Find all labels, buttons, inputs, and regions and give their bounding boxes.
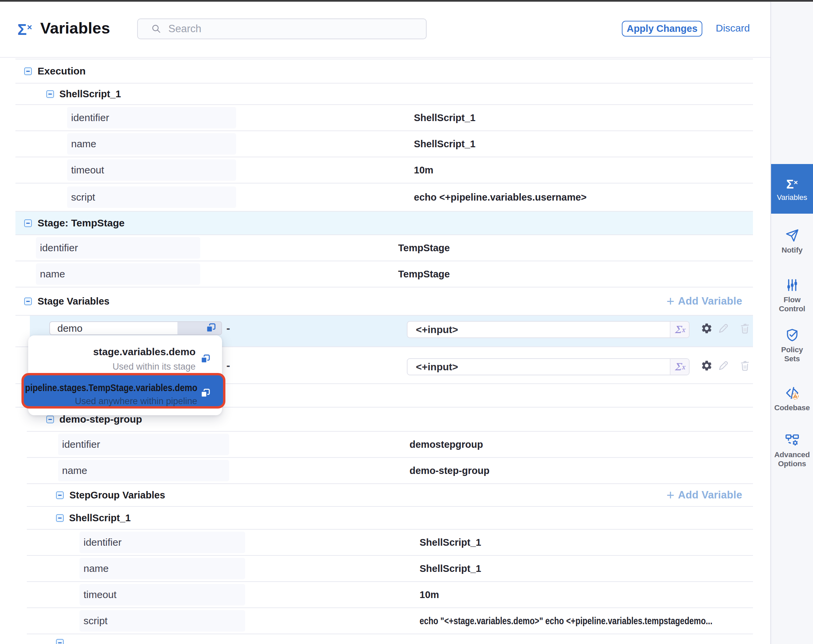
collapse-icon-stepgroup-variables[interactable]: [56, 491, 64, 499]
collapse-icon-execution[interactable]: [24, 67, 32, 75]
popup-option-stage-scope[interactable]: stage.variables.demo Used within its sta…: [28, 340, 222, 372]
copy-name-button[interactable]: [178, 322, 221, 334]
variable-settings-button[interactable]: [701, 360, 713, 372]
search-icon: [151, 24, 161, 34]
pipeline-studio-nav-rail: Σ× Variables Notify: [770, 0, 813, 644]
collapse-icon-shellscript-sg[interactable]: [56, 514, 64, 522]
section-row-stepgroup-variables: StepGroup Variables + Add Variable: [27, 484, 753, 507]
variable-delete-button[interactable]: [739, 322, 751, 334]
variable-name-input[interactable]: demo: [49, 321, 222, 335]
field-value: TempStage: [398, 242, 450, 254]
trash-icon: [739, 322, 751, 334]
field-value: demostepgroup: [410, 439, 483, 450]
field-label-pill: name: [58, 460, 229, 481]
field-value: echo <+pipeline.variables.username>: [414, 192, 587, 203]
field-row-script: script echo "<+stage.variables.demo>" ec…: [27, 608, 753, 634]
field-row-name: name ShellScript_1: [15, 131, 753, 157]
variable-value-input[interactable]: <+input> Σx: [407, 321, 690, 338]
field-value: ShellScript_1: [414, 138, 476, 150]
field-label-pill: script: [80, 610, 245, 632]
field-row-identifier: identifier ShellScript_1: [15, 105, 753, 131]
collapse-icon-stage[interactable]: [24, 219, 32, 227]
section-label: Execution: [38, 65, 86, 77]
field-value: TempStage: [398, 269, 450, 280]
add-variable-button[interactable]: + Add Variable: [666, 488, 742, 502]
variable-edit-button[interactable]: [718, 360, 730, 372]
variables-panel: Σ× Variables Apply Changes Discard Execu…: [0, 0, 813, 644]
variables-sigma-icon: Σ×: [17, 19, 32, 38]
nav-item-advanced-options[interactable]: AdvancedOptions: [771, 433, 813, 468]
copy-icon[interactable]: [200, 354, 211, 365]
section-row-stage-tempstage: Stage: TempStage: [15, 212, 753, 235]
search-box[interactable]: [137, 18, 426, 39]
section-label: Stage: TempStage: [38, 217, 125, 229]
collapse-icon-shellscript[interactable]: [46, 90, 54, 98]
expression-toggle-icon[interactable]: Σx: [670, 322, 689, 337]
field-value: demo-step-group: [410, 465, 489, 476]
field-label-pill: timeout: [80, 584, 245, 606]
window-top-edge: [0, 0, 813, 2]
field-value: 10m: [420, 589, 439, 600]
field-row-identifier: identifier ShellScript_1: [27, 530, 753, 556]
section-row-shellscript: ShellScript_1: [15, 84, 753, 105]
field-label-pill: identifier: [36, 237, 200, 259]
collapse-icon-demo-step-group[interactable]: [46, 416, 54, 423]
pencil-icon: [718, 322, 730, 334]
copy-variable-popup: stage.variables.demo Used within its sta…: [28, 336, 222, 415]
field-value: echo "<+stage.variables.demo>" echo <+pi…: [420, 615, 712, 627]
copy-icon: [205, 323, 216, 334]
section-row-partially-visible: [27, 634, 753, 644]
paper-plane-icon: [785, 228, 799, 242]
field-row-identifier: identifier demostepgroup: [27, 432, 753, 458]
section-label: ShellScript_1: [59, 89, 121, 100]
field-label-pill: identifier: [67, 107, 236, 129]
field-value: ShellScript_1: [414, 112, 476, 123]
copy-icon[interactable]: [200, 388, 211, 399]
field-row-name: name TempStage: [15, 261, 753, 287]
field-label-pill: identifier: [80, 532, 245, 553]
nav-item-notify[interactable]: Notify: [771, 228, 813, 255]
gear-icon: [701, 322, 713, 334]
gear-icon: [701, 360, 713, 372]
step-group-block: demo-step-group identifier demostepgroup…: [27, 408, 753, 644]
field-row-identifier: identifier TempStage: [15, 235, 753, 261]
expression-toggle-icon[interactable]: Σx: [670, 359, 689, 375]
required-dash: -: [226, 321, 236, 335]
collapse-icon-stage-variables[interactable]: [24, 297, 32, 305]
variable-settings-button[interactable]: [701, 322, 713, 334]
variables-sigma-icon: Σ×: [786, 176, 798, 191]
variable-delete-button[interactable]: [739, 360, 751, 372]
plus-icon: +: [666, 488, 674, 502]
nav-item-variables[interactable]: Σ× Variables: [771, 164, 813, 214]
field-row-name: name ShellScript_1: [27, 556, 753, 582]
field-row-script: script echo <+pipeline.variables.usernam…: [15, 184, 753, 212]
trash-icon: [739, 360, 751, 372]
plus-icon: +: [666, 294, 674, 308]
collapse-icon-partial[interactable]: [56, 639, 64, 644]
field-row-timeout: timeout 10m: [15, 157, 753, 184]
nav-item-codebase[interactable]: Codebase: [771, 386, 813, 412]
add-variable-button[interactable]: + Add Variable: [666, 294, 742, 308]
section-label: demo-step-group: [59, 414, 142, 425]
field-label-pill: name: [80, 558, 245, 579]
search-input[interactable]: [168, 23, 403, 35]
variable-edit-button[interactable]: [718, 322, 730, 334]
sliders-icon: [785, 278, 799, 292]
field-value: ShellScript_1: [420, 563, 481, 574]
nav-item-flow-control[interactable]: FlowControl: [771, 278, 813, 313]
apply-changes-button[interactable]: Apply Changes: [622, 21, 702, 37]
popup-option-pipeline-scope-selected[interactable]: pipeline.stages.TempStage.variables.demo…: [21, 373, 225, 409]
advanced-options-icon: [785, 433, 799, 447]
field-label-pill: script: [67, 187, 236, 208]
variable-value-input[interactable]: <+input> Σx: [407, 358, 690, 375]
section-row-execution: Execution: [15, 59, 753, 84]
nav-item-policy-sets[interactable]: PolicySets: [771, 328, 813, 363]
warning-badge-icon: [792, 393, 798, 399]
field-label-pill: identifier: [58, 434, 229, 455]
field-label-pill: timeout: [67, 159, 236, 181]
discard-button[interactable]: Discard: [716, 23, 750, 34]
pencil-icon: [718, 360, 730, 372]
field-value: 10m: [414, 165, 433, 176]
field-value: ShellScript_1: [420, 537, 481, 548]
required-dash: -: [226, 359, 236, 372]
